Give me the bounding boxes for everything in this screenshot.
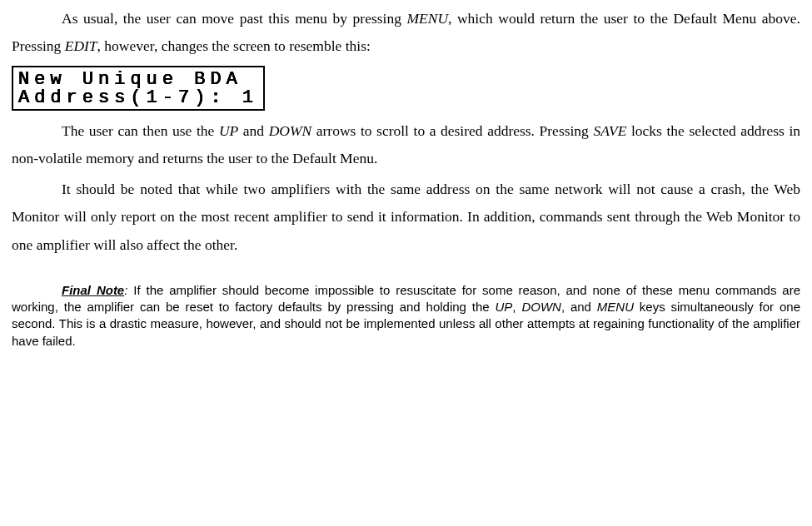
- final-note-label: Final Note: [62, 283, 124, 297]
- lcd-screen: New Unique BDA Address(1-7): 1: [12, 66, 265, 111]
- final-note: Final Note: If the amplifier should beco…: [12, 282, 800, 350]
- paragraph-3: It should be noted that while two amplif…: [12, 176, 800, 259]
- paragraph-2: The user can then use the UP and DOWN ar…: [12, 117, 800, 173]
- text: , however, changes the screen to resembl…: [97, 37, 371, 54]
- text: , and: [561, 300, 597, 314]
- key-down: DOWN: [521, 300, 561, 314]
- key-menu: MENU: [597, 300, 634, 314]
- key-up: UP: [219, 122, 238, 139]
- key-save: SAVE: [593, 122, 626, 139]
- text: As usual, the user can move past this me…: [62, 10, 406, 27]
- key-menu: MENU: [406, 10, 448, 27]
- lcd-line-2: Address(1-7): 1: [18, 89, 258, 107]
- text: arrows to scroll to a desired address. P…: [311, 122, 593, 139]
- text: The user can then use the: [62, 122, 219, 139]
- text: ,: [512, 300, 521, 314]
- lcd-line-1: New Unique BDA: [18, 71, 258, 89]
- key-edit: EDIT: [65, 37, 97, 54]
- paragraph-1: As usual, the user can move past this me…: [12, 5, 800, 61]
- text: It should be noted that while two amplif…: [12, 181, 800, 253]
- text: and: [238, 122, 268, 139]
- key-down: DOWN: [269, 122, 312, 139]
- key-up: UP: [496, 300, 513, 314]
